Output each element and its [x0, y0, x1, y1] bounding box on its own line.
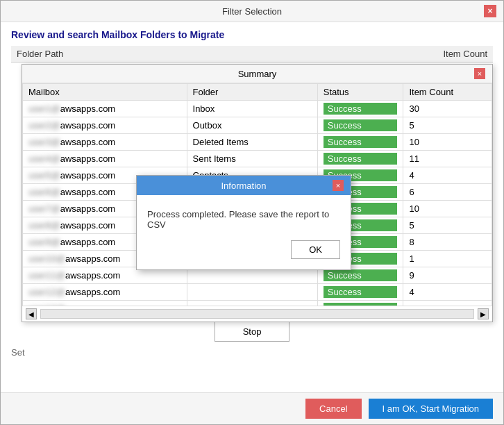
- info-overlay: Information × Process completed. Please …: [1, 22, 503, 392]
- info-dialog: Information × Process completed. Please …: [136, 175, 351, 270]
- info-close-button[interactable]: ×: [333, 180, 344, 191]
- info-title: Information: [155, 181, 333, 191]
- info-body: Process completed. Please save the repor…: [137, 195, 351, 269]
- main-window: Filter Selection × Review and search Mai…: [0, 0, 504, 425]
- cancel-button[interactable]: Cancel: [305, 399, 361, 419]
- window-close-button[interactable]: ×: [484, 5, 496, 17]
- start-migration-button[interactable]: I am OK, Start Migration: [369, 399, 493, 419]
- main-content: Review and search Mailbox Folders to Mig…: [1, 22, 503, 392]
- bottom-bar: Cancel I am OK, Start Migration: [1, 392, 503, 424]
- window-title: Filter Selection: [20, 6, 484, 17]
- ok-button[interactable]: OK: [291, 240, 340, 259]
- info-actions: OK: [147, 240, 340, 259]
- title-bar: Filter Selection ×: [1, 1, 503, 22]
- info-title-bar: Information ×: [137, 176, 351, 195]
- info-message: Process completed. Please save the repor…: [147, 209, 340, 230]
